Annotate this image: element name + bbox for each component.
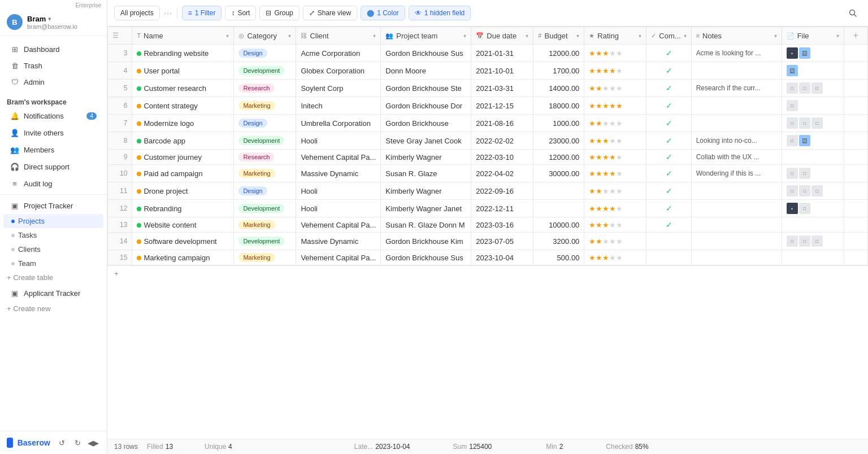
cell-due-date[interactable]: 2021-08-16 <box>471 115 533 132</box>
cell-completed[interactable]: ✓ <box>646 115 691 132</box>
cell-category[interactable]: Design <box>234 182 296 200</box>
cell-client[interactable]: Massive Dynamic <box>296 233 381 250</box>
cell-file[interactable] <box>782 250 844 265</box>
sidebar-item-projects[interactable]: Projects <box>3 214 103 228</box>
cell-project-team[interactable]: Susan R. Glaze <box>381 165 471 182</box>
cell-notes[interactable]: Collab with the UX ... <box>691 150 782 165</box>
cell-budget[interactable]: 18000.00 <box>533 97 584 115</box>
cell-name[interactable]: User portal <box>132 62 234 80</box>
cell-notes[interactable] <box>691 200 782 217</box>
color-btn[interactable]: ⬤ 1 Color <box>361 6 405 20</box>
cell-rating[interactable]: ★★★★★ <box>584 45 646 62</box>
cell-project-team[interactable]: Donn Moore <box>381 62 471 80</box>
sort-btn[interactable]: ↕ Sort <box>225 6 256 20</box>
cell-due-date[interactable]: 2021-10-01 <box>471 62 533 80</box>
cell-notes[interactable]: Research if the curr... <box>691 80 782 97</box>
cell-name[interactable]: Barcode app <box>132 132 234 150</box>
hidden-field-btn[interactable]: 👁 1 hidden field <box>409 6 471 20</box>
sidebar-item-members[interactable]: 👥 Members <box>3 142 103 158</box>
cell-file[interactable]: ▪🖼 <box>782 45 844 62</box>
cell-completed[interactable] <box>646 250 691 265</box>
cell-completed[interactable]: ✓ <box>646 182 691 200</box>
cell-file[interactable] <box>782 217 844 233</box>
cell-file[interactable] <box>782 150 844 165</box>
cell-client[interactable]: Umbrella Corporation <box>296 115 381 132</box>
cell-due-date[interactable]: 2022-09-16 <box>471 182 533 200</box>
cell-completed[interactable]: ✓ <box>646 200 691 217</box>
cell-file[interactable]: □🖼 <box>782 132 844 150</box>
sidebar-item-audit-log[interactable]: ≡ Audit log <box>3 176 103 191</box>
cell-due-date[interactable]: 2023-07-05 <box>471 233 533 250</box>
cell-rating[interactable]: ★★★★★ <box>584 62 646 80</box>
cell-rating[interactable]: ★★★★★ <box>584 250 646 265</box>
filter-btn[interactable]: ≡ 1 Filter <box>182 6 222 20</box>
cell-budget[interactable]: 1700.00 <box>533 62 584 80</box>
cell-client[interactable]: Hooli <box>296 182 381 200</box>
cell-due-date[interactable]: 2021-01-31 <box>471 45 533 62</box>
cell-budget[interactable]: 12000.00 <box>533 150 584 165</box>
cell-rating[interactable]: ★★★★★ <box>584 97 646 115</box>
th-add-column[interactable]: + <box>844 27 867 45</box>
th-name[interactable]: T Name ▾ <box>132 27 234 45</box>
th-category[interactable]: ◎ Category ▾ <box>234 27 296 45</box>
cell-rating[interactable]: ★★★★★ <box>584 132 646 150</box>
cell-rating[interactable]: ★★★★★ <box>584 115 646 132</box>
cell-category[interactable]: Development <box>234 62 296 80</box>
th-notes[interactable]: ≡ Notes ▾ <box>691 27 782 45</box>
cell-client[interactable]: Acme Corporation <box>296 45 381 62</box>
cell-budget[interactable]: 23000.00 <box>533 132 584 150</box>
cell-project-team[interactable]: Gordon Brickhouse Sus <box>381 45 471 62</box>
cell-notes[interactable] <box>691 97 782 115</box>
cell-completed[interactable]: ✓ <box>646 150 691 165</box>
cell-file[interactable]: 🖼 <box>782 62 844 80</box>
cell-budget[interactable] <box>533 200 584 217</box>
add-row-btn[interactable]: + <box>107 265 868 281</box>
select-all-icon[interactable]: ☰ <box>112 32 119 40</box>
cell-due-date[interactable]: 2023-03-16 <box>471 217 533 233</box>
cell-name[interactable]: Drone project <box>132 182 234 200</box>
th-rating[interactable]: ★ Rating ▾ <box>584 27 646 45</box>
cell-budget[interactable]: 30000.00 <box>533 165 584 182</box>
cell-name[interactable]: Paid ad campaign <box>132 165 234 182</box>
cell-rating[interactable]: ★★★★★ <box>584 200 646 217</box>
th-project-team[interactable]: 👥 Project team ▾ <box>381 27 471 45</box>
cell-category[interactable]: Design <box>234 45 296 62</box>
share-view-btn[interactable]: ⤢ Share view <box>303 6 357 20</box>
cell-client[interactable]: Initech <box>296 97 381 115</box>
sidebar-item-invite-others[interactable]: 👤 Invite others <box>3 125 103 141</box>
th-completed[interactable]: ✓ Com... ▾ <box>646 27 691 45</box>
cell-client[interactable]: Hooli <box>296 200 381 217</box>
cell-completed[interactable]: ✓ <box>646 97 691 115</box>
cell-category[interactable]: Design <box>234 115 296 132</box>
cell-due-date[interactable]: 2023-10-04 <box>471 250 533 265</box>
cell-budget[interactable] <box>533 182 584 200</box>
sidebar-item-admin[interactable]: 🛡 Admin <box>3 74 103 90</box>
cell-notes[interactable] <box>691 217 782 233</box>
cell-rating[interactable]: ★★★★★ <box>584 233 646 250</box>
cell-project-team[interactable]: Kimberly Wagner <box>381 150 471 165</box>
cell-category[interactable]: Development <box>234 233 296 250</box>
cell-client[interactable]: Soylent Corp <box>296 80 381 97</box>
cell-project-team[interactable]: Susan R. Glaze Donn M <box>381 217 471 233</box>
sidebar-item-team[interactable]: Team <box>0 256 107 270</box>
cell-category[interactable]: Marketing <box>234 97 296 115</box>
th-client[interactable]: ⛓ Client ▾ <box>296 27 381 45</box>
cell-file[interactable]: □□□ <box>782 80 844 97</box>
cell-completed[interactable]: ✓ <box>646 62 691 80</box>
cell-name[interactable]: Marketing campaign <box>132 250 234 265</box>
cell-budget[interactable]: 12000.00 <box>533 45 584 62</box>
cell-project-team[interactable]: Gordon Brickhouse Kim <box>381 233 471 250</box>
cell-notes[interactable] <box>691 182 782 200</box>
cell-name[interactable]: Modernize logo <box>132 115 234 132</box>
cell-due-date[interactable]: 2022-02-02 <box>471 132 533 150</box>
cell-file[interactable]: □□□ <box>782 233 844 250</box>
th-file[interactable]: 📄 File ▾ <box>782 27 844 45</box>
cell-completed[interactable]: ✓ <box>646 165 691 182</box>
cell-due-date[interactable]: 2022-04-02 <box>471 165 533 182</box>
cell-completed[interactable]: ✓ <box>646 132 691 150</box>
cell-notes[interactable] <box>691 250 782 265</box>
cell-name[interactable]: Customer research <box>132 80 234 97</box>
toolbar-more-icon[interactable]: ⋯ <box>163 8 172 19</box>
cell-completed[interactable] <box>646 233 691 250</box>
cell-completed[interactable]: ✓ <box>646 217 691 233</box>
